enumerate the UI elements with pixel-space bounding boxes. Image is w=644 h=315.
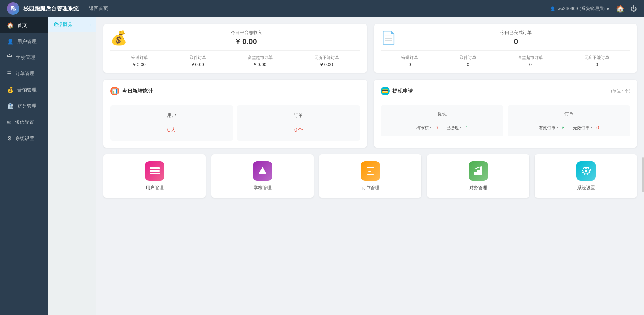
top-stats-row: 💰 今日平台总收入 ¥ 0.00 寄送订单 ¥ 0.00 取件订单 ¥ 0.00 — [103, 24, 637, 73]
sidebar-item-user[interactable]: 👤 用户管理 — [0, 33, 48, 50]
revenue-title: 今日平台总收入 — [133, 30, 360, 36]
done-value: 1 — [466, 125, 468, 130]
svg-point-11 — [585, 170, 587, 172]
completed-sub-row: 寄送订单 0 取件订单 0 食堂超市订单 0 无所不能订单 0 — [381, 55, 631, 67]
sidebar-item-finance[interactable]: 🏦 财务管理 — [0, 98, 48, 114]
completed-sub-label-2: 食堂超市订单 — [518, 55, 543, 61]
quick-menu: 用户管理 学校管理 订单管理 财务管理 — [103, 154, 637, 198]
completed-sub-label-0: 寄送订单 — [401, 55, 418, 61]
completed-sub-2: 食堂超市订单 0 — [518, 55, 543, 67]
user-menu[interactable]: 👤 wp260909 (系统管理员) ▾ — [550, 6, 609, 12]
home-sidebar-icon: 🏠 — [7, 22, 14, 29]
withdrawal-title: 提现申请 — [392, 88, 413, 94]
quick-item-user[interactable]: 用户管理 — [103, 154, 206, 198]
quick-label-order: 订单管理 — [323, 185, 418, 191]
completed-sub-label-1: 取件订单 — [460, 55, 476, 61]
scrollbar[interactable] — [642, 158, 644, 192]
quick-item-finance[interactable]: 财务管理 — [427, 154, 529, 198]
middle-row: 📊 今日新增统计 用户 0人 订单 0个 💳 — [103, 80, 637, 148]
school-sidebar-icon: 🏛 — [7, 54, 12, 61]
sidebar-label-user: 用户管理 — [17, 39, 37, 45]
sidebar-label-finance: 财务管理 — [17, 103, 37, 109]
completed-card: 📄 今日已完成订单 0 寄送订单 0 取件订单 0 — [374, 24, 637, 73]
sidebar-label-school: 学校管理 — [16, 54, 35, 61]
quick-label-settings: 系统设置 — [538, 185, 634, 191]
revenue-sub-value-1: ¥ 0.00 — [190, 62, 206, 67]
svg-rect-7 — [368, 171, 371, 172]
sub-sidebar: 数据概况 › — [48, 17, 96, 315]
quick-icon-order — [361, 161, 380, 181]
completed-header: 📄 今日已完成订单 0 — [381, 30, 631, 51]
valid-label: 有效订单： — [539, 125, 560, 130]
withdrawal-item-1: 订单 有效订单：6 无效订单：0 — [508, 105, 630, 136]
sidebar-item-settings[interactable]: ⚙ 系统设置 — [0, 130, 48, 146]
completed-value: 0 — [402, 37, 631, 46]
svg-rect-2 — [150, 173, 160, 174]
layout: 🏠 首页 👤 用户管理 🏛 学校管理 ☰ 订单管理 💰 营销管理 🏦 财务管理 … — [0, 0, 644, 315]
doc-icon: 📄 — [381, 31, 396, 45]
invalid-label: 无效订单： — [573, 125, 594, 130]
revenue-sub-label-2: 食堂超市订单 — [248, 55, 273, 61]
quick-icon-school — [253, 161, 272, 181]
logo-text: 跑 — [11, 6, 16, 12]
header: 跑 校园跑腿后台管理系统 返回首页 👤 wp260909 (系统管理员) ▾ 🏠… — [0, 0, 644, 17]
back-button[interactable]: 返回首页 — [89, 6, 108, 12]
revenue-sub-value-2: ¥ 0.00 — [248, 62, 273, 67]
power-icon[interactable]: ⏻ — [630, 5, 637, 13]
revenue-sub-value-0: ¥ 0.00 — [131, 62, 148, 67]
revenue-sub-label-0: 寄送订单 — [131, 55, 148, 61]
withdrawal-card: 💳 提现申请 (单位：个) 提现 待审核：0 已提现：1 订单 — [374, 80, 637, 148]
withdrawal-label-1: 订单 — [513, 111, 625, 121]
sidebar-item-marketing[interactable]: 💰 营销管理 — [0, 82, 48, 98]
svg-rect-5 — [367, 167, 374, 174]
new-stats-title: 今日新增统计 — [122, 88, 153, 94]
revenue-sub-label-1: 取件订单 — [190, 55, 206, 61]
sms-sidebar-icon: ✉ — [7, 119, 11, 125]
withdrawal-item-0: 提现 待审核：0 已提现：1 — [381, 105, 503, 136]
user-icon: 👤 — [550, 6, 555, 11]
new-stats-user-label: 用户 — [117, 112, 226, 122]
quick-label-user: 用户管理 — [107, 185, 202, 191]
sidebar-label-home: 首页 — [17, 22, 27, 29]
revenue-header: 💰 今日平台总收入 ¥ 0.00 — [110, 30, 360, 51]
money-bag-icon: 💰 — [110, 30, 127, 46]
sub-sidebar-label: 数据概况 — [54, 21, 72, 28]
new-stats-order-label: 订单 — [244, 112, 353, 122]
revenue-sub-3: 无所不能订单 ¥ 0.00 — [314, 55, 339, 67]
svg-rect-10 — [480, 167, 482, 175]
sidebar-item-order[interactable]: ☰ 订单管理 — [0, 65, 48, 82]
completed-sub-value-0: 0 — [401, 62, 418, 67]
sidebar-item-sms[interactable]: ✉ 短信配置 — [0, 114, 48, 130]
quick-item-settings[interactable]: 系统设置 — [535, 154, 637, 198]
header-right: 👤 wp260909 (系统管理员) ▾ 🏠 ⏻ — [550, 4, 637, 13]
revenue-main-info: 今日平台总收入 ¥ 0.00 — [133, 30, 360, 46]
svg-rect-1 — [150, 170, 160, 172]
marketing-sidebar-icon: 💰 — [7, 87, 14, 93]
sidebar-item-school[interactable]: 🏛 学校管理 — [0, 50, 48, 65]
completed-sub-value-1: 0 — [460, 62, 476, 67]
sub-sidebar-chevron: › — [89, 22, 91, 27]
new-stats-card: 📊 今日新增统计 用户 0人 订单 0个 — [103, 80, 367, 148]
withdrawal-label-0: 提现 — [386, 111, 498, 121]
quick-icon-user — [145, 161, 164, 181]
quick-item-order[interactable]: 订单管理 — [319, 154, 421, 198]
pending-value: 0 — [436, 125, 438, 130]
done-label: 已提现： — [446, 125, 463, 130]
revenue-sub-row: 寄送订单 ¥ 0.00 取件订单 ¥ 0.00 食堂超市订单 ¥ 0.00 无所… — [110, 55, 360, 67]
home-icon[interactable]: 🏠 — [616, 4, 625, 13]
dropdown-icon: ▾ — [607, 6, 609, 11]
invalid-value: 0 — [596, 125, 599, 130]
new-stats-order: 订单 0个 — [237, 105, 360, 141]
withdrawal-sub-1: 有效订单：6 无效订单：0 — [513, 125, 625, 131]
new-stats-grid: 用户 0人 订单 0个 — [110, 105, 360, 141]
user-sidebar-icon: 👤 — [7, 38, 14, 45]
quick-item-school[interactable]: 学校管理 — [211, 154, 314, 198]
header-action-icons: 🏠 ⏻ — [616, 4, 637, 13]
sidebar-item-home[interactable]: 🏠 首页 — [0, 17, 48, 33]
completed-sub-value-3: 0 — [584, 62, 609, 67]
new-stats-title-row: 📊 今日新增统计 — [110, 87, 360, 100]
sidebar-label-sms: 短信配置 — [15, 119, 34, 125]
sub-sidebar-item-overview[interactable]: 数据概况 › — [48, 17, 96, 32]
svg-rect-8 — [474, 172, 477, 175]
main-content: 💰 今日平台总收入 ¥ 0.00 寄送订单 ¥ 0.00 取件订单 ¥ 0.00 — [96, 17, 644, 315]
